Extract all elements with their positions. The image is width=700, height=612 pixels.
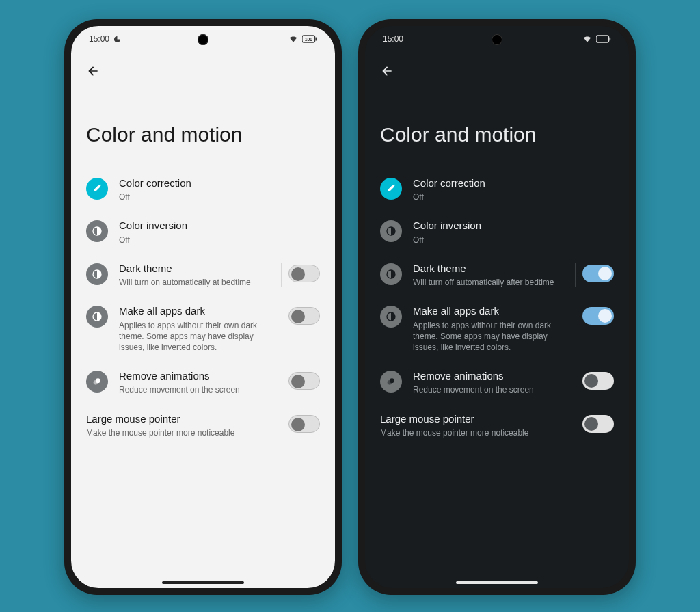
phone-light: 15:00 100 Color and motion Color correct… — [64, 19, 342, 595]
status-time: 15:00 — [383, 34, 403, 44]
toggle-remove-animations[interactable] — [582, 372, 614, 390]
app-bar — [365, 52, 629, 81]
row-title: Dark theme — [119, 262, 273, 276]
svg-rect-1 — [315, 37, 317, 40]
toggle-make-all-apps-dark[interactable] — [582, 307, 614, 325]
dnd-icon — [113, 36, 121, 43]
row-sub: Will turn off automatically after bedtim… — [413, 277, 567, 288]
wifi-icon — [582, 34, 592, 44]
half-circle-icon — [86, 263, 108, 285]
row-title: Remove animations — [119, 369, 273, 383]
toggle-large-mouse-pointer[interactable] — [582, 415, 614, 433]
eyedropper-icon — [380, 178, 402, 200]
status-time: 15:00 — [89, 34, 109, 44]
svg-text:100: 100 — [305, 37, 313, 42]
wifi-icon — [288, 34, 298, 44]
row-title: Color correction — [119, 176, 316, 190]
battery-icon: 100 — [302, 35, 317, 43]
toggle-dark-theme[interactable] — [582, 265, 614, 282]
half-circle-icon — [380, 306, 402, 328]
row-title: Make all apps dark — [119, 304, 273, 318]
row-make-all-apps-dark[interactable]: Make all apps dark Applies to apps witho… — [71, 296, 335, 361]
back-button[interactable] — [83, 62, 103, 81]
row-color-correction[interactable]: Color correction Off — [71, 168, 335, 211]
row-title: Color inversion — [413, 219, 610, 232]
camera-cutout — [492, 34, 502, 45]
row-title: Color correction — [413, 176, 610, 190]
half-circle-icon — [86, 220, 108, 242]
row-dark-theme[interactable]: Dark theme Will turn on automatically at… — [71, 254, 335, 296]
gesture-bar[interactable] — [456, 581, 538, 584]
half-circle-icon — [380, 220, 402, 242]
svg-rect-8 — [596, 36, 609, 42]
screen-light: 15:00 100 Color and motion Color correct… — [71, 26, 335, 588]
row-color-inversion[interactable]: Color inversion Off — [365, 211, 629, 253]
half-circle-icon — [380, 263, 402, 285]
toggle-remove-animations[interactable] — [288, 372, 320, 390]
row-large-mouse-pointer[interactable]: Large mouse pointer Make the mouse point… — [71, 404, 335, 447]
animation-icon — [380, 371, 402, 393]
row-sub: Will turn on automatically at bedtime — [119, 277, 273, 288]
row-title: Large mouse pointer — [380, 412, 567, 426]
row-sub: Make the mouse pointer more noticeable — [380, 427, 567, 438]
row-color-correction[interactable]: Color correction Off — [365, 168, 629, 211]
row-large-mouse-pointer[interactable]: Large mouse pointer Make the mouse point… — [365, 404, 629, 447]
row-title: Make all apps dark — [413, 304, 567, 318]
eyedropper-icon — [86, 178, 108, 200]
phone-dark: 15:00 Color and motion Color correction … — [358, 19, 636, 595]
toggle-dark-theme[interactable] — [288, 265, 320, 282]
toggle-make-all-apps-dark[interactable] — [288, 307, 320, 325]
toggle-large-mouse-pointer[interactable] — [288, 415, 320, 433]
row-title: Large mouse pointer — [86, 412, 273, 426]
row-divider — [575, 263, 576, 287]
row-sub: Applies to apps without their own dark t… — [119, 320, 273, 354]
row-title: Dark theme — [413, 262, 567, 276]
page-title: Color and motion — [71, 81, 335, 165]
row-remove-animations[interactable]: Remove animations Reduce movement on the… — [365, 361, 629, 403]
settings-list: Color correction Off Color inversion Off — [71, 165, 335, 449]
row-sub: Make the mouse pointer more noticeable — [86, 427, 273, 438]
row-divider — [281, 263, 282, 287]
battery-icon — [596, 35, 611, 43]
svg-point-14 — [390, 378, 394, 383]
half-circle-icon — [86, 306, 108, 328]
screen-dark: 15:00 Color and motion Color correction … — [365, 26, 629, 588]
svg-point-7 — [96, 378, 100, 383]
arrow-back-icon — [380, 64, 394, 78]
row-title: Color inversion — [119, 219, 316, 232]
arrow-back-icon — [86, 64, 100, 78]
row-sub: Off — [413, 191, 610, 202]
row-sub: Reduce movement on the screen — [119, 384, 273, 395]
gesture-bar[interactable] — [162, 581, 244, 584]
app-bar — [71, 52, 335, 81]
row-remove-animations[interactable]: Remove animations Reduce movement on the… — [71, 361, 335, 403]
animation-icon — [86, 371, 108, 393]
row-sub: Off — [413, 235, 610, 245]
row-sub: Reduce movement on the screen — [413, 384, 567, 395]
row-make-all-apps-dark[interactable]: Make all apps dark Applies to apps witho… — [365, 296, 629, 361]
row-sub: Off — [119, 191, 316, 202]
row-sub: Applies to apps without their own dark t… — [413, 320, 567, 354]
camera-cutout — [198, 34, 208, 45]
row-dark-theme[interactable]: Dark theme Will turn off automatically a… — [365, 254, 629, 296]
settings-list: Color correction Off Color inversion Off — [365, 165, 629, 449]
page-title: Color and motion — [365, 81, 629, 165]
svg-rect-9 — [609, 37, 610, 40]
row-color-inversion[interactable]: Color inversion Off — [71, 211, 335, 253]
row-sub: Off — [119, 235, 316, 245]
row-title: Remove animations — [413, 369, 567, 383]
back-button[interactable] — [377, 62, 396, 81]
